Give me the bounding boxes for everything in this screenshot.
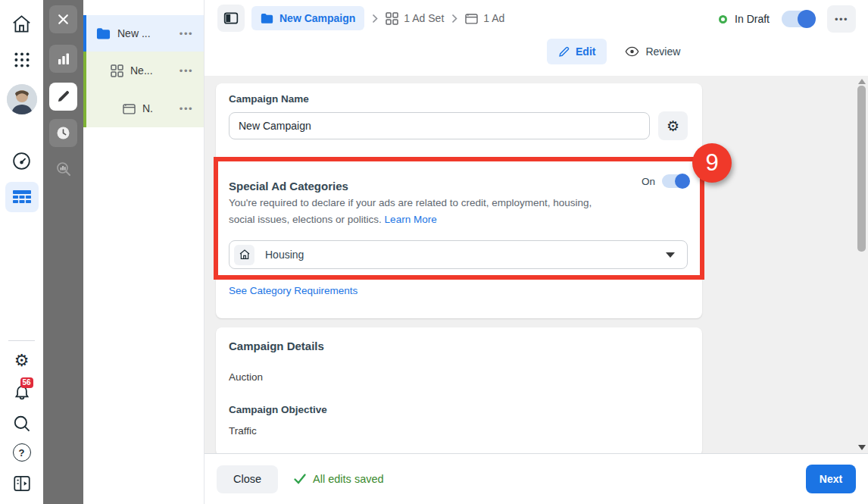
avatar[interactable] — [0, 84, 43, 114]
campaign-details-title: Campaign Details — [229, 340, 324, 352]
breadcrumb-campaign[interactable]: New Campaign — [251, 6, 364, 30]
housing-icon — [234, 245, 254, 265]
search-icon[interactable] — [0, 414, 43, 434]
close-button[interactable]: Close — [217, 465, 278, 493]
ad-icon — [465, 13, 478, 24]
chevron-right-icon — [372, 14, 378, 23]
folder-icon — [261, 13, 273, 23]
special-ad-toggle-group: On — [642, 174, 689, 188]
special-ad-description: You're required to declare if your ads a… — [229, 195, 618, 229]
charts-button[interactable] — [49, 45, 77, 73]
gauge-icon[interactable] — [0, 151, 43, 171]
left-rail: ⚙ 56 ? — [0, 0, 43, 504]
campaign-name-input[interactable] — [229, 112, 650, 139]
close-panel-button[interactable] — [49, 5, 77, 33]
annotation-step-badge: 9 — [692, 143, 732, 183]
tree-row-label: Ne... — [130, 64, 180, 77]
breadcrumb-adset[interactable]: 1 Ad Set — [386, 12, 444, 25]
ad-set-icon — [111, 64, 123, 77]
settings-gear-icon[interactable]: ⚙ — [0, 352, 43, 370]
status-label: In Draft — [735, 13, 770, 25]
editor-footer: Close All edits saved Next — [205, 453, 868, 504]
next-button[interactable]: Next — [806, 465, 856, 493]
mode-tabs: Edit Review — [547, 39, 680, 64]
scroll-up-icon[interactable] — [858, 79, 866, 84]
tables-icon-active[interactable] — [0, 182, 43, 212]
collapse-sidebar-button[interactable] — [217, 5, 245, 32]
side-panel-icon[interactable] — [0, 474, 43, 493]
folder-icon — [96, 27, 111, 39]
row-menu-icon[interactable]: ••• — [180, 65, 193, 77]
help-icon[interactable]: ? — [0, 443, 43, 462]
pencil-icon — [558, 46, 570, 58]
selection-bar — [83, 52, 86, 89]
editor-header: New Campaign 1 Ad Set 1 Ad In Draft ••• … — [205, 0, 868, 76]
caret-down-icon — [666, 252, 675, 258]
edit-pencil-button-active[interactable] — [49, 83, 77, 111]
more-options-button[interactable]: ••• — [827, 5, 856, 33]
name-settings-gear-button[interactable]: ⚙ — [658, 111, 688, 140]
search-insights-icon[interactable] — [49, 155, 77, 183]
eye-icon — [625, 46, 639, 57]
tab-edit[interactable]: Edit — [547, 39, 607, 64]
campaign-settings-card: Campaign Name ⚙ Special Ad Categories On… — [216, 83, 702, 318]
status-cluster: In Draft ••• — [719, 5, 856, 33]
category-requirements-link[interactable]: See Category Requirements — [229, 285, 358, 296]
check-icon — [293, 473, 307, 485]
publish-toggle[interactable] — [782, 11, 815, 27]
special-ad-title: Special Ad Categories — [229, 180, 348, 193]
category-dropdown[interactable]: Housing — [229, 240, 688, 269]
selection-bar — [83, 15, 86, 52]
tree-row-adset[interactable]: Ne... ••• — [83, 52, 204, 89]
dark-toolbar — [43, 0, 83, 504]
selection-bar — [83, 89, 86, 127]
tree-row-label: New ... — [117, 27, 180, 39]
chevron-right-icon — [451, 14, 457, 23]
buying-type-value: Auction — [229, 371, 263, 383]
objective-label: Campaign Objective — [229, 404, 327, 415]
objective-value: Traffic — [229, 425, 257, 437]
row-menu-icon[interactable]: ••• — [180, 28, 193, 39]
tab-review[interactable]: Review — [625, 45, 680, 58]
breadcrumb-ad[interactable]: 1 Ad — [465, 12, 504, 24]
rail-divider — [8, 340, 35, 341]
tree-row-ad[interactable]: N. ••• — [83, 89, 204, 127]
notification-badge: 56 — [20, 377, 33, 388]
category-selected-value: Housing — [265, 249, 666, 261]
breadcrumb: New Campaign 1 Ad Set 1 Ad — [251, 6, 504, 30]
scroll-down-icon[interactable] — [858, 445, 866, 450]
content-scrollbar[interactable] — [855, 76, 868, 453]
save-status: All edits saved — [293, 473, 384, 485]
ad-set-icon — [386, 12, 398, 25]
notifications-bell-icon[interactable]: 56 — [0, 383, 43, 402]
campaign-details-card: Campaign Details Auction Campaign Object… — [216, 327, 702, 456]
ad-icon — [123, 103, 136, 114]
editor-main: New Campaign 1 Ad Set 1 Ad In Draft ••• … — [205, 0, 868, 504]
apps-grid-icon[interactable] — [0, 50, 43, 70]
history-clock-button[interactable] — [49, 119, 77, 147]
tree-row-label: N. — [142, 102, 180, 114]
learn-more-link[interactable]: Learn More — [385, 214, 437, 225]
toggle-knob — [675, 174, 690, 189]
scrollbar-thumb[interactable] — [857, 86, 866, 252]
editor-content: Campaign Name ⚙ Special Ad Categories On… — [205, 76, 868, 453]
home-icon[interactable] — [0, 14, 43, 34]
row-menu-icon[interactable]: ••• — [180, 103, 193, 114]
draft-status-dot — [719, 15, 727, 23]
toggle-knob — [798, 10, 816, 28]
special-ad-toggle[interactable] — [662, 174, 689, 188]
toggle-on-label: On — [642, 176, 655, 187]
campaign-name-label: Campaign Name — [229, 93, 309, 105]
campaign-tree: New ... ••• Ne... ••• N. ••• — [83, 0, 205, 504]
tree-row-campaign[interactable]: New ... ••• — [83, 15, 204, 52]
